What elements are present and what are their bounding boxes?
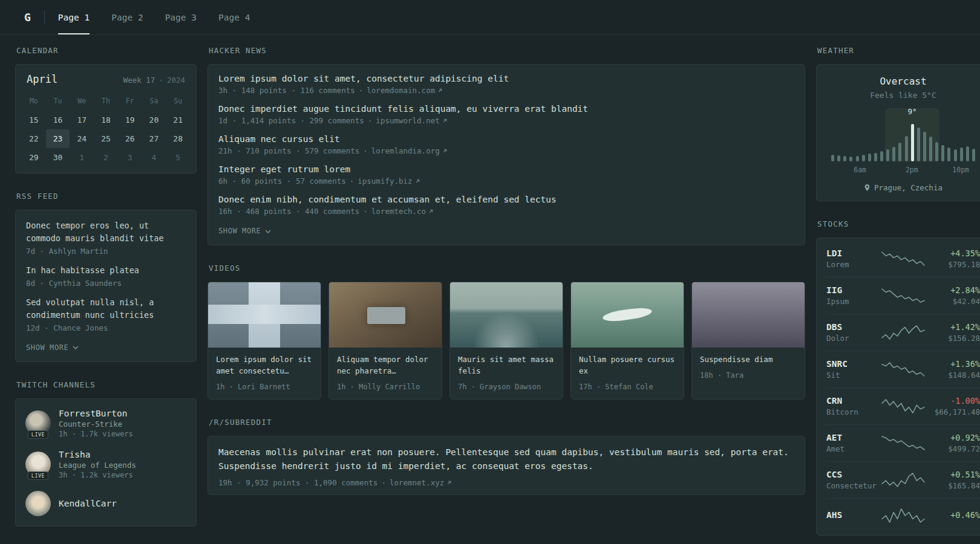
video-info: Suspendisse diam 18h · Tara <box>692 348 805 387</box>
twitch-channel[interactable]: LIVE Trisha League of Legends 3h · 1.2k … <box>25 450 186 479</box>
app-logo[interactable]: G <box>24 11 31 24</box>
tab-page-4[interactable]: Page 4 <box>218 0 250 34</box>
stock-row[interactable]: IIG Ipsum +2.84% $42.04 <box>826 277 980 314</box>
subreddit-post[interactable]: Maecenas mollis pulvinar erat non posuer… <box>218 445 794 487</box>
rss-item[interactable]: In hac habitasse platea 8d · Cynthia Sau… <box>26 264 186 288</box>
subreddit-domain-link[interactable]: loremnet.xyz <box>390 478 452 487</box>
weather-current-temp-label: 9° <box>907 107 916 116</box>
stock-row[interactable]: SNRC Sit +1.36% $148.64 <box>826 351 980 387</box>
rss-item-title[interactable]: In hac habitasse platea <box>26 264 186 277</box>
hn-item-title[interactable]: Lorem ipsum dolor sit amet, consectetur … <box>218 74 509 83</box>
video-thumbnail[interactable] <box>208 282 321 348</box>
video-title[interactable]: Lorem ipsum dolor sit amet consectetu… <box>216 354 313 377</box>
rss-show-more-button[interactable]: SHOW MORE <box>26 342 186 354</box>
rss-item-title[interactable]: Donec tempor eros leo, ut commodo mauris… <box>26 219 186 245</box>
stock-row[interactable]: DBS Dolor +1.42% $156.28 <box>826 314 980 351</box>
live-badge: LIVE <box>28 430 48 439</box>
hn-item-domain-link[interactable]: loremdomain.com <box>367 86 443 95</box>
weather-card: Overcast Feels like 5°C 9° 6am 2pm 10pm … <box>816 64 980 201</box>
hn-item[interactable]: Integer eget rutrum lorem 6h · 60 points… <box>218 164 794 186</box>
hn-item[interactable]: Aliquam nec cursus elit 21h · 710 points… <box>218 134 794 155</box>
stock-name: Consectetur <box>826 481 880 490</box>
hn-item-title[interactable]: Aliquam nec cursus elit <box>218 134 340 144</box>
tab-page-3[interactable]: Page 3 <box>165 0 197 34</box>
weather-feels-like: Feels like 5°C <box>826 91 980 100</box>
weather-bar <box>941 145 944 161</box>
hn-meta-text: 6h · 60 points · 57 comments <box>218 176 346 186</box>
separator-dot: · <box>368 116 373 125</box>
stock-row[interactable]: AHS +0.46% <box>826 498 980 533</box>
subreddit-post-title[interactable]: Maecenas mollis pulvinar erat non posuer… <box>218 447 789 471</box>
stock-row[interactable]: CCS Consectetur +0.51% $165.84 <box>826 461 980 498</box>
weather-time-axis: 6am 2pm 10pm <box>831 166 975 175</box>
twitch-channel[interactable]: LIVE ForrestBurton Counter-Strike 1h · 1… <box>25 409 186 438</box>
external-link-icon <box>446 480 452 485</box>
video-thumbnail[interactable] <box>450 282 563 348</box>
hn-item-domain-link[interactable]: ipsumworld.net <box>376 116 447 125</box>
channel-name[interactable]: KendallCarr <box>59 499 117 508</box>
video-thumbnail[interactable] <box>571 282 684 348</box>
subreddit-domain: loremnet.xyz <box>390 478 444 487</box>
hn-item-domain-link[interactable]: loremlandia.org <box>371 146 448 155</box>
hn-item[interactable]: Donec enim nibh, condimentum et accumsan… <box>218 195 794 216</box>
hn-show-more-button[interactable]: SHOW MORE <box>218 225 794 238</box>
calendar-week-year: Week 17·2024 <box>123 76 185 85</box>
rss-item-title[interactable]: Sed volutpat nulla nisl, a condimentum n… <box>26 296 186 322</box>
stock-change: +4.35% <box>926 248 980 258</box>
stock-change: +1.36% <box>926 359 980 369</box>
stock-price: $156.28 <box>926 334 980 343</box>
video-title[interactable]: Nullam posuere cursus ex <box>579 354 676 377</box>
chevron-down-icon <box>265 230 271 233</box>
stock-sparkline <box>880 471 926 489</box>
hn-meta-text: 16h · 468 points · 440 comments <box>218 207 359 216</box>
video-title[interactable]: Aliquam tempor dolor nec pharetra… <box>337 354 434 377</box>
hn-item-title[interactable]: Donec imperdiet augue tincidunt felis al… <box>218 104 588 114</box>
stock-row[interactable]: LDI Lorem +4.35% $795.18 <box>826 241 980 277</box>
stock-row[interactable]: CRN Bitcorn -1.00% $66,171.48 <box>826 387 980 424</box>
hn-item-title[interactable]: Integer eget rutrum lorem <box>218 164 350 174</box>
stock-sparkline <box>880 507 926 525</box>
tab-page-1[interactable]: Page 1 <box>58 0 90 34</box>
video-thumbnail[interactable] <box>692 282 805 348</box>
hn-item-title[interactable]: Donec enim nibh, condimentum et accumsan… <box>218 195 557 204</box>
hn-item[interactable]: Lorem ipsum dolor sit amet, consectetur … <box>218 74 794 95</box>
separator-dot: · <box>363 146 368 155</box>
rss-item[interactable]: Donec tempor eros leo, ut commodo mauris… <box>26 219 186 256</box>
calendar-day-next-month: 4 <box>142 148 166 167</box>
video-thumbnail[interactable] <box>329 282 442 348</box>
video-card[interactable]: Aliquam tempor dolor nec pharetra… 1h · … <box>328 282 442 400</box>
weather-location[interactable]: Prague, Czechia <box>826 183 980 192</box>
time-label: 2pm <box>906 166 918 174</box>
twitch-channel[interactable]: KendallCarr <box>25 491 186 516</box>
rss-item-meta: 12d · Chance Jones <box>26 323 186 332</box>
hn-item-meta: 21h · 710 points · 579 comments· loremla… <box>218 146 794 155</box>
hn-item-domain: ipsumify.biz <box>358 176 412 186</box>
tab-page-2[interactable]: Page 2 <box>111 0 143 34</box>
separator-dot: · <box>158 76 163 85</box>
external-link-icon <box>415 178 420 184</box>
video-card[interactable]: Lorem ipsum dolor sit amet consectetu… 1… <box>207 282 321 400</box>
stock-row[interactable]: AET Amet +0.92% $499.72 <box>826 424 980 461</box>
stock-sparkline <box>880 250 926 268</box>
channel-name[interactable]: Trisha <box>59 450 136 459</box>
stock-id: LDI Lorem <box>826 248 880 269</box>
separator-dot: · <box>363 207 368 216</box>
stock-sparkline <box>880 323 926 342</box>
hn-item[interactable]: Donec imperdiet augue tincidunt felis al… <box>218 104 794 125</box>
weekday-label: Th <box>94 95 118 107</box>
stock-id: DBS Dolor <box>826 322 880 343</box>
channel-name[interactable]: ForrestBurton <box>59 409 133 418</box>
calendar-day: 20 <box>142 111 166 129</box>
video-title[interactable]: Suspendisse diam <box>700 354 797 366</box>
video-card[interactable]: Nullam posuere cursus ex 17h · Stefan Co… <box>570 282 684 400</box>
rss-card: Donec tempor eros leo, ut commodo mauris… <box>15 210 197 362</box>
hn-item-domain-link[interactable]: ipsumify.biz <box>358 176 420 186</box>
stock-values: +2.84% $42.04 <box>926 285 980 306</box>
subreddit-meta-text: 19h · 9,932 points · 1,090 comments <box>218 478 377 487</box>
separator-dot: · <box>381 478 386 487</box>
rss-item[interactable]: Sed volutpat nulla nisl, a condimentum n… <box>26 296 186 332</box>
video-card[interactable]: Mauris sit amet massa felis 7h · Grayson… <box>449 282 563 400</box>
hn-item-domain-link[interactable]: loremtech.co <box>371 207 434 216</box>
video-title[interactable]: Mauris sit amet massa felis <box>458 354 555 377</box>
video-card[interactable]: Suspendisse diam 18h · Tara <box>691 282 805 400</box>
